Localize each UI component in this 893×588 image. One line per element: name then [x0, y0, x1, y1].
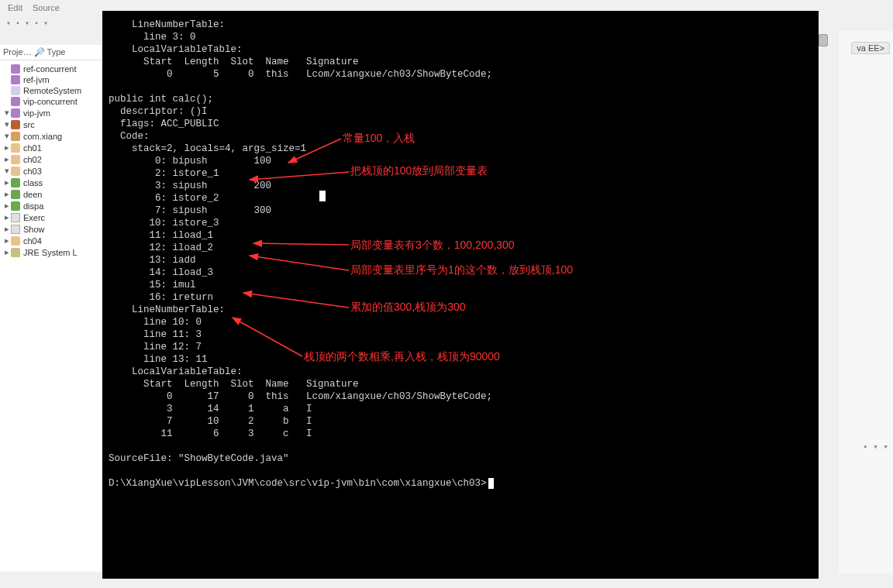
tree-item-label: vip-concurrent	[23, 97, 78, 106]
twist-icon[interactable]: ▸	[3, 201, 10, 211]
twist-icon[interactable]: ▸	[3, 177, 10, 187]
jre-icon	[11, 248, 20, 257]
annotation-store-local: 把栈顶的100放到局部变量表	[350, 164, 488, 177]
file-icon	[11, 213, 20, 222]
cursor-icon	[488, 478, 494, 489]
menu-edit[interactable]: Edit	[8, 3, 22, 12]
ide-right-panel: va EE> ▪ ▾ ▾	[839, 31, 893, 573]
tree-item-label: RemoteSystem	[23, 86, 81, 95]
text-caret-icon	[319, 191, 326, 201]
tree-item-ch01[interactable]: ▸ch01	[0, 142, 102, 153]
tree-item-deen[interactable]: ▸deen	[0, 188, 102, 200]
tree-item-class[interactable]: ▸class	[0, 177, 102, 188]
tree-item-vip-jvm[interactable]: ▾vip-jvm	[0, 107, 102, 119]
svg-line-4	[243, 293, 349, 308]
projc-icon	[11, 86, 20, 95]
twist-icon[interactable]: ▾	[3, 108, 10, 118]
twist-icon[interactable]: ▸	[3, 247, 10, 257]
tree-item-label: ref-jvm	[23, 75, 50, 84]
twist-icon[interactable]: ▾	[3, 119, 10, 129]
cls-icon	[11, 178, 20, 187]
pkgc-icon	[11, 155, 20, 164]
tree-item-ch04[interactable]: ▸ch04	[0, 235, 102, 246]
file-icon	[11, 225, 20, 234]
tree-item-ref-concurrent[interactable]: ref-concurrent	[0, 64, 102, 74]
terminal-content: LineNumberTable: line 3: 0 LocalVariable…	[102, 11, 829, 579]
ide-toolbar[interactable]: ▾ ▪ ▾ ▪ ▾	[0, 17, 113, 34]
tree-item-label: com.xiang	[23, 132, 62, 141]
cls-icon	[11, 201, 20, 211]
tree-item-remotesystem[interactable]: RemoteSystem	[0, 85, 102, 96]
tree-item-jre-system-l[interactable]: ▸JRE System L	[0, 246, 102, 258]
annotation-imul: 栈顶的两个数相乘,再入栈，栈顶为90000	[304, 350, 500, 363]
tree-item-label: ch01	[23, 143, 42, 153]
bytecode-output: LineNumberTable: line 3: 0 LocalVariable…	[109, 19, 492, 464]
annotation-three-locals: 局部变量表有3个数，100,200,300	[350, 239, 515, 251]
pkgc-icon	[11, 236, 20, 246]
pkgc-icon	[11, 143, 20, 153]
annotation-iadd: 累加的值300,栈顶为300	[350, 301, 466, 313]
prompt-path: D:\XiangXue\vipLesson\JVM\code\src\vip-j…	[109, 478, 487, 489]
pkg-icon	[11, 132, 20, 141]
tree-item-label: dispa	[23, 201, 43, 211]
svg-line-1	[250, 172, 349, 180]
twist-icon[interactable]: ▸	[3, 154, 10, 164]
tree-item-label: src	[23, 120, 35, 129]
svg-line-2	[253, 243, 349, 245]
panel-indicator: ▪ ▾ ▾	[863, 442, 888, 452]
tree-item-ref-jvm[interactable]: ref-jvm	[0, 74, 102, 85]
pkgc-icon	[11, 167, 20, 176]
twist-icon[interactable]: ▸	[3, 236, 10, 246]
tree-item-ch03[interactable]: ▾ch03	[0, 165, 102, 177]
tree-item-show[interactable]: ▸Show	[0, 223, 102, 235]
tree-item-dispa[interactable]: ▸dispa	[0, 200, 102, 211]
tree-item-label: Exerc	[23, 213, 45, 222]
twist-icon[interactable]: ▸	[3, 212, 10, 222]
twist-icon[interactable]: ▸	[3, 143, 10, 153]
src-icon	[11, 120, 20, 129]
tree-item-vip-concurrent[interactable]: vip-concurrent	[0, 96, 102, 107]
svg-line-3	[250, 256, 349, 270]
annotation-iload1: 局部变量表里序号为1的这个数，放到栈顶,100	[350, 263, 573, 276]
twist-icon[interactable]: ▸	[3, 224, 10, 234]
twist-icon[interactable]: ▸	[3, 189, 10, 199]
annotation-const100: 常量100，入栈	[343, 132, 415, 144]
proj-icon	[11, 97, 20, 106]
tree-item-com-xiang[interactable]: ▾com.xiang	[0, 130, 102, 142]
tree-item-label: JRE System L	[23, 248, 78, 257]
svg-line-5	[233, 318, 302, 356]
tree-item-src[interactable]: ▾src	[0, 119, 102, 130]
proj-icon	[11, 108, 20, 118]
project-tree[interactable]: ref-concurrentref-jvmRemoteSystemvip-con…	[0, 64, 102, 258]
terminal[interactable]: LineNumberTable: line 3: 0 LocalVariable…	[102, 11, 829, 579]
project-explorer-heading: Proje… 🔎 Type	[0, 45, 102, 60]
tree-item-label: class	[23, 178, 43, 187]
tree-item-ch02[interactable]: ▸ch02	[0, 153, 102, 165]
twist-icon[interactable]: ▾	[3, 166, 10, 176]
project-explorer[interactable]: Proje… 🔎 Type ref-concurrentref-jvmRemot…	[0, 45, 102, 572]
menu-source[interactable]: Source	[33, 3, 60, 12]
perspective-tab[interactable]: va EE>	[851, 42, 890, 54]
cls-icon	[11, 190, 20, 199]
proj-icon	[11, 75, 20, 84]
scrollbar-thumb[interactable]	[819, 34, 828, 46]
tree-item-label: deen	[23, 190, 42, 199]
tree-item-label: ch04	[23, 236, 42, 246]
tree-item-label: vip-jvm	[23, 108, 50, 118]
tree-item-label: ch03	[23, 167, 42, 176]
tree-item-label: Show	[23, 225, 45, 234]
proj-icon	[11, 64, 20, 74]
tree-item-label: ref-concurrent	[23, 64, 76, 74]
twist-icon[interactable]: ▾	[3, 131, 10, 141]
tree-item-label: ch02	[23, 155, 42, 164]
tree-item-exerc[interactable]: ▸Exerc	[0, 211, 102, 223]
